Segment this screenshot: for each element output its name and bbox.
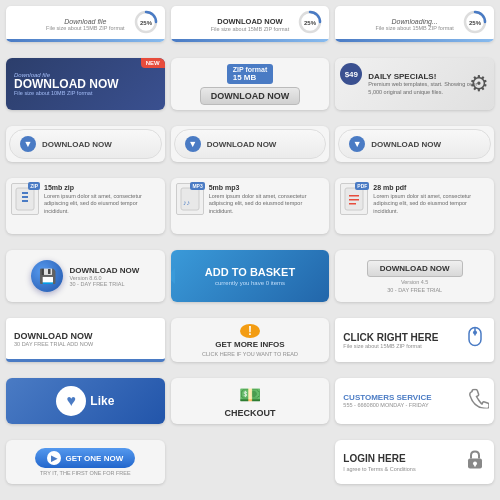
progress-arc-3: 25% [462,9,488,39]
mouse-icon [464,325,486,356]
basket-card[interactable]: ADD TO BASKET currently you have 0 items [171,250,330,302]
zip-file-icon: ZIP [11,183,39,215]
info-icon: ! [240,324,260,338]
lock-icon [464,449,486,476]
customers-title: CUSTOMERS SERVICE [343,393,431,402]
zip-tag: ZIP [28,182,40,190]
info-card[interactable]: ! GET MORE INFOS CLICK HERE IF YOU WANT … [171,318,330,362]
empty-row8-mid [171,440,330,484]
orb-dl-main-1: DOWNLOAD NOW [69,266,139,275]
checkout-title: CHECKOUT [224,408,275,418]
arrow-label-1: DOWNLOAD NOW [42,140,112,149]
play-icon: ▶ [47,451,61,465]
svg-text:25%: 25% [304,20,317,26]
login-title: LOGIN HERE [343,453,405,464]
pdf-tag: PDF [355,182,369,190]
arrow-dl-btn-1[interactable]: ▼ DOWNLOAD NOW [9,129,162,159]
dl-trial-2: 30 - DAY FREE TRIAL [387,287,442,293]
arrow-dl-card-2[interactable]: ▼ DOWNLOAD NOW [171,126,330,162]
download-dark-card[interactable]: Download file DOWNLOAD NOW File size abo… [6,58,165,110]
basket-sub: currently you have 0 items [215,280,285,286]
pdf-desc: Lorem ipsum dolor sit amet, consectetur … [373,193,489,216]
arrow-dl-card-3[interactable]: ▼ DOWNLOAD NOW [335,126,494,162]
svg-rect-24 [474,464,476,467]
mp3-desc: Lorem ipsum dolor sit amet, consectetur … [209,193,325,216]
svg-text:♪♪: ♪♪ [183,199,190,206]
progress-card-3[interactable]: Downloading... File size about 15MB ZIP … [335,6,494,42]
svg-rect-10 [22,192,28,194]
progress-title-3: Downloading... [392,18,438,25]
fold-dl-title: DOWNLOAD NOW [14,331,93,341]
orb-dl-card-1[interactable]: 💾 DOWNLOAD NOW Version 8.6.0 30 - DAY FR… [6,250,165,302]
arrow-icon-2: ▼ [185,136,201,152]
svg-rect-11 [22,196,28,198]
info-title: GET MORE INFOS [215,340,284,349]
arrow-icon-1: ▼ [20,136,36,152]
progress-sub-3: File size about 15MB ZIP format [375,25,453,31]
orb-dl-card-2[interactable]: DOWNLOAD NOW Version 4.5 30 - DAY FREE T… [335,250,494,302]
arrow-dl-btn-2[interactable]: ▼ DOWNLOAD NOW [174,129,327,159]
file-card-zip: ZIP 15mb zip Lorem ipsum dolor sit amet,… [6,178,165,234]
get-one-label: GET ONE NOW [65,454,123,463]
gear-icon: ⚙ [469,71,489,97]
arrow-icon-3: ▼ [349,136,365,152]
zip-size: 15 MB [233,73,257,82]
progress-card-2[interactable]: DOWNLOAD NOW File size about 15MB ZIP fo… [171,6,330,42]
zip-size-label: 15mb zip [44,183,160,193]
money-icon: 💵 [239,384,261,406]
arrow-dl-card-1[interactable]: ▼ DOWNLOAD NOW [6,126,165,162]
click-right-card[interactable]: CLICK RIGHT HERE File size about 15MB ZI… [335,318,494,362]
progress-arc-2: 25% [297,9,323,39]
dl-version-2: Version 4.5 [401,279,429,285]
arrow-label-3: DOWNLOAD NOW [371,140,441,149]
svg-text:25%: 25% [140,20,153,26]
progress-arc-1: 25% [133,9,159,39]
progress-sub-2: File size about 15MB ZIP format [211,26,289,32]
svg-rect-9 [16,188,34,210]
pdf-file-info: 28 mb pdf Lorem ipsum dolor sit amet, co… [373,183,489,216]
fold-dl-card[interactable]: DOWNLOAD NOW 30 DAY FREE TRIAL ADD NOW [6,318,165,362]
mp3-file-info: 5mb mp3 Lorem ipsum dolor sit amet, cons… [209,183,325,216]
login-sub: I agree to Terms & Conditions [343,466,415,472]
heart-circle: ♥ [56,386,86,416]
new-ribbon: NEW [141,58,165,68]
click-right-sub: File size about 15MB ZIP format [343,343,421,349]
daily-specials-card[interactable]: DAILY SPECIALS! Premium web templates, s… [335,58,494,110]
customers-card[interactable]: CUSTOMERS SERVICE 555 - 6660800 MONDAY -… [335,378,494,424]
arrow-dl-btn-3[interactable]: ▼ DOWNLOAD NOW [338,129,491,159]
progress-card-1[interactable]: Download file File size about 15MB ZIP f… [6,6,165,42]
zip-file-info: 15mb zip Lorem ipsum dolor sit amet, con… [44,183,160,216]
svg-rect-17 [349,199,359,201]
orb-dl-trial-1: 30 - DAY FREE TRIAL [69,281,139,287]
mp3-tag: MP3 [190,182,204,190]
phone-icon [469,389,489,414]
dl-simple-btn-2[interactable]: DOWNLOAD NOW [367,260,463,277]
dl-sub: File size about 10MB ZIP format [14,90,157,96]
zip-format: ZIP format15 MB [227,64,274,84]
svg-rect-12 [22,200,28,202]
get-one-sub: TRY IT, THE FIRST ONE FOR FREE [40,470,131,476]
fold-dl-sub: 30 DAY FREE TRIAL ADD NOW [14,341,93,347]
arrow-label-2: DOWNLOAD NOW [207,140,277,149]
info-sub: CLICK HERE IF YOU WANT TO READ [202,351,298,357]
zip-desc: Lorem ipsum dolor sit amet, consectetur … [44,193,160,216]
login-card[interactable]: LOGIN HERE I agree to Terms & Conditions [335,440,494,484]
customers-sub: 555 - 6660800 MONDAY - FRIDAY [343,402,428,409]
mp3-file-icon: MP3 ♪♪ [176,183,204,215]
svg-rect-16 [349,195,359,197]
get-one-card[interactable]: ▶ GET ONE NOW TRY IT, THE FIRST ONE FOR … [6,440,165,484]
mp3-size-label: 5mb mp3 [209,183,325,193]
like-card[interactable]: ♥ Like [6,378,165,424]
svg-rect-18 [349,203,356,205]
dl-main: DOWNLOAD NOW [14,78,157,90]
get-one-btn[interactable]: ▶ GET ONE NOW [35,448,135,468]
file-card-mp3: MP3 ♪♪ 5mb mp3 Lorem ipsum dolor sit ame… [171,178,330,234]
progress-title-2: DOWNLOAD NOW [217,17,282,26]
file-card-pdf: PDF 28 mb pdf Lorem ipsum dolor sit amet… [335,178,494,234]
zip-download-card[interactable]: ZIP format15 MB DOWNLOAD NOW [171,58,330,110]
checkout-card[interactable]: 💵 CHECKOUT [171,378,330,424]
blue-orb-icon: 💾 [31,260,63,292]
click-right-title: CLICK RIGHT HERE [343,332,438,343]
zip-dl-button[interactable]: DOWNLOAD NOW [200,87,301,105]
svg-point-21 [473,331,477,335]
